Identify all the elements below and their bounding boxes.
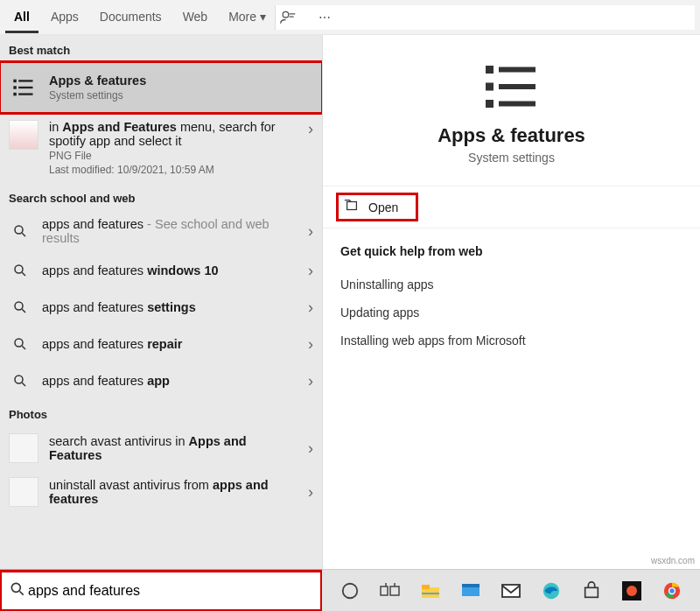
photo-result[interactable]: uninstall avast antivirus from apps and … — [0, 470, 322, 514]
chevron-right-icon[interactable]: › — [308, 372, 313, 390]
photo-thumbnail-icon — [9, 433, 38, 463]
svg-point-19 — [11, 583, 20, 592]
filter-tabs: All Apps Documents Web More ▾ — [5, 1, 275, 33]
top-tab-bar: All Apps Documents Web More ▾ ⋯ — [0, 0, 700, 35]
svg-rect-1 — [13, 80, 17, 83]
store-icon[interactable] — [579, 578, 604, 604]
settings-list-icon — [9, 73, 38, 102]
svg-point-20 — [343, 583, 358, 598]
web-result-title: apps and features settings — [42, 300, 298, 314]
taskbar — [322, 569, 700, 611]
svg-point-32 — [626, 586, 637, 596]
file-result-type: PNG File — [49, 150, 298, 162]
open-button[interactable]: Open — [339, 195, 416, 219]
task-view-icon[interactable] — [378, 578, 402, 604]
help-link[interactable]: Uninstalling apps — [340, 270, 682, 298]
section-best-match: Best match — [0, 35, 322, 62]
svg-rect-2 — [18, 80, 32, 81]
photo-result[interactable]: search avast antivirus in Apps and Featu… — [0, 426, 322, 470]
open-label: Open — [368, 200, 398, 214]
tab-more[interactable]: More ▾ — [220, 1, 275, 33]
file-thumbnail-icon — [9, 120, 38, 150]
help-link[interactable]: Installing web apps from Microsoft — [340, 327, 682, 355]
svg-point-35 — [669, 588, 675, 593]
photo-thumbnail-icon — [9, 477, 38, 507]
app-icon[interactable] — [620, 578, 644, 604]
edge-icon[interactable] — [539, 578, 564, 604]
watermark: wsxdn.com — [651, 556, 695, 565]
section-school-web: Search school and web — [0, 183, 322, 210]
svg-rect-28 — [502, 585, 520, 597]
file-explorer-icon[interactable] — [418, 578, 443, 604]
svg-rect-25 — [422, 593, 439, 594]
svg-rect-24 — [422, 585, 430, 589]
results-panel: Best match Apps & features System settin… — [0, 35, 322, 569]
file-result[interactable]: in Apps and Features menu, search for sp… — [0, 113, 322, 183]
svg-rect-18 — [347, 202, 357, 210]
chrome-icon[interactable] — [660, 578, 684, 604]
svg-point-10 — [15, 339, 23, 347]
svg-rect-12 — [486, 66, 494, 74]
tab-web[interactable]: Web — [174, 1, 217, 33]
chevron-down-icon: ▾ — [260, 10, 266, 24]
svg-rect-3 — [13, 86, 17, 89]
svg-rect-15 — [499, 84, 536, 89]
search-input-container[interactable] — [0, 571, 322, 611]
web-result-title: apps and features app — [42, 374, 298, 388]
help-link[interactable]: Updating apps — [340, 298, 682, 327]
tab-documents[interactable]: Documents — [91, 1, 171, 33]
preview-subtitle: System settings — [323, 151, 700, 165]
chevron-right-icon[interactable]: › — [308, 439, 313, 458]
tab-all[interactable]: All — [5, 1, 38, 33]
feedback-icon[interactable] — [276, 5, 300, 30]
svg-rect-16 — [486, 100, 494, 108]
svg-rect-6 — [18, 93, 32, 95]
svg-rect-4 — [18, 87, 32, 88]
quick-help-heading: Get quick help from web — [340, 244, 682, 258]
best-match-result[interactable]: Apps & features System settings — [0, 62, 322, 113]
best-match-subtitle: System settings — [49, 89, 146, 102]
more-options-icon[interactable]: ⋯ — [312, 5, 337, 30]
svg-point-0 — [283, 11, 289, 18]
file-result-modified: Last modified: 10/9/2021, 10:59 AM — [49, 164, 298, 176]
web-result[interactable]: apps and features windows 10 › — [0, 252, 322, 289]
svg-point-7 — [15, 226, 23, 234]
tab-apps[interactable]: Apps — [42, 1, 88, 33]
file-result-title: in Apps and Features menu, search for sp… — [49, 120, 298, 148]
svg-point-8 — [15, 265, 23, 273]
chevron-right-icon[interactable]: › — [308, 222, 313, 241]
web-result[interactable]: apps and features repair › — [0, 326, 322, 362]
chevron-right-icon[interactable]: › — [308, 298, 313, 317]
section-photos: Photos — [0, 399, 322, 426]
web-result-title: apps and features repair — [42, 337, 298, 351]
web-result[interactable]: apps and features - See school and web r… — [0, 210, 322, 252]
svg-rect-22 — [390, 586, 399, 595]
search-icon — [9, 580, 26, 600]
open-icon — [344, 199, 360, 215]
svg-rect-5 — [13, 93, 17, 96]
photo-result-title: search avast antivirus in Apps and Featu… — [49, 434, 298, 462]
svg-rect-30 — [585, 587, 598, 597]
web-result[interactable]: apps and features settings › — [0, 289, 322, 326]
web-result-title: apps and features windows 10 — [42, 263, 298, 277]
search-icon — [9, 333, 32, 355]
svg-rect-13 — [499, 67, 536, 73]
best-match-title: Apps & features — [49, 74, 146, 88]
svg-rect-27 — [462, 584, 480, 587]
svg-rect-21 — [381, 586, 388, 595]
chevron-right-icon[interactable]: › — [308, 120, 313, 138]
web-result[interactable]: apps and features app › — [0, 362, 322, 399]
svg-point-11 — [15, 376, 23, 383]
mail-icon[interactable] — [499, 578, 523, 604]
app-icon[interactable] — [458, 578, 483, 604]
search-icon — [9, 296, 32, 319]
chevron-right-icon[interactable]: › — [308, 262, 313, 280]
svg-point-9 — [15, 302, 23, 310]
photo-result-title: uninstall avast antivirus from apps and … — [49, 478, 298, 506]
chevron-right-icon[interactable]: › — [308, 335, 313, 354]
search-input[interactable] — [26, 582, 313, 600]
chevron-right-icon[interactable]: › — [308, 483, 313, 502]
search-icon — [9, 369, 32, 392]
cortana-icon[interactable] — [338, 578, 362, 604]
preview-title: Apps & features — [323, 124, 700, 147]
